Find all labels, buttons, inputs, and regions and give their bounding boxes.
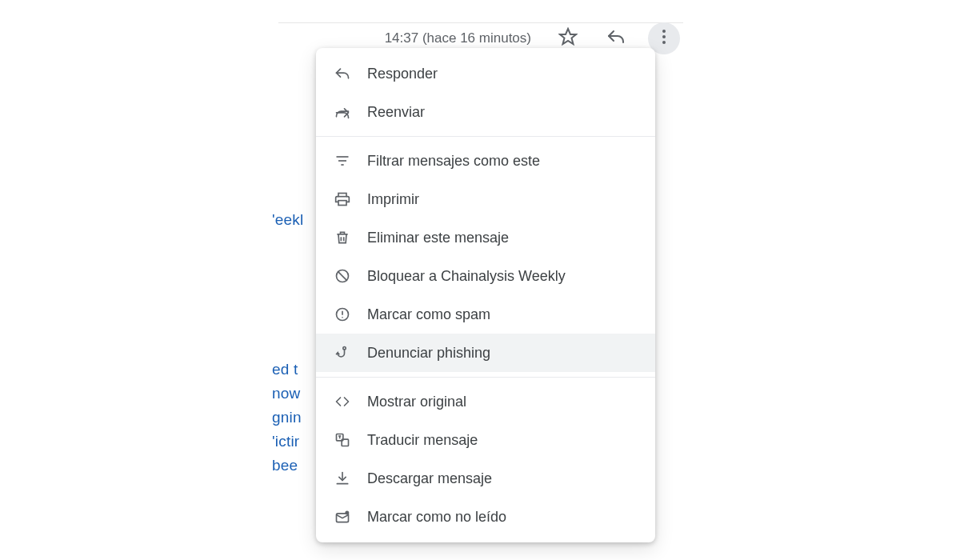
svg-rect-6 [341, 164, 343, 166]
svg-point-2 [662, 35, 666, 38]
block-icon [334, 267, 351, 285]
download-icon [334, 470, 351, 487]
menu-item-label: Mostrar original [367, 394, 466, 410]
menu-item-delete[interactable]: Eliminar este mensaje [316, 218, 655, 257]
email-body-fragment: ed t [272, 358, 312, 382]
more-vert-icon [654, 27, 674, 50]
menu-item-label: Imprimir [367, 191, 419, 208]
menu-item-download[interactable]: Descargar mensaje [316, 459, 655, 498]
menu-item-phishing[interactable]: Denunciar phishing [316, 334, 655, 372]
message-options-menu: Responder Reenviar Filtrar mensajes como… [316, 48, 655, 542]
email-body-fragment: bee [272, 454, 312, 478]
menu-item-label: Reenviar [367, 104, 425, 121]
menu-item-translate[interactable]: Traducir mensaje [316, 421, 655, 459]
menu-item-label: Traducir mensaje [367, 432, 478, 449]
email-body-fragment: 'eekl [272, 208, 312, 232]
menu-item-label: Filtrar mensajes como este [367, 153, 540, 170]
reply-icon [606, 27, 626, 50]
menu-item-reply[interactable]: Responder [316, 54, 655, 93]
email-body-fragment: now [272, 382, 312, 406]
svg-rect-5 [338, 160, 346, 162]
menu-item-label: Bloquear a Chainalysis Weekly [367, 268, 566, 285]
spam-icon [334, 306, 351, 323]
menu-item-label: Eliminar este mensaje [367, 230, 509, 246]
menu-item-forward[interactable]: Reenviar [316, 93, 655, 131]
svg-rect-7 [338, 194, 346, 197]
menu-separator [316, 377, 655, 378]
svg-point-18 [345, 511, 349, 515]
print-icon [334, 190, 351, 208]
menu-item-label: Descargar mensaje [367, 470, 492, 487]
svg-rect-8 [338, 201, 346, 206]
email-body-fragment: gnin [272, 406, 312, 430]
menu-item-label: Marcar como spam [367, 306, 490, 323]
forward-icon [334, 103, 351, 121]
message-timestamp: 14:37 (hace 16 minutos) [385, 30, 531, 46]
menu-item-label: Denunciar phishing [367, 345, 490, 362]
menu-item-block[interactable]: Bloquear a Chainalysis Weekly [316, 257, 655, 295]
star-icon [558, 27, 578, 50]
menu-item-show-original[interactable]: Mostrar original [316, 382, 655, 421]
svg-marker-0 [560, 29, 576, 44]
svg-rect-4 [337, 156, 349, 158]
menu-item-print[interactable]: Imprimir [316, 180, 655, 218]
email-body-fragment: 'ictir [272, 430, 312, 454]
phishing-hook-icon [334, 344, 351, 362]
menu-item-label: Responder [367, 66, 438, 82]
trash-icon [334, 229, 351, 246]
menu-separator [316, 136, 655, 137]
svg-point-1 [662, 30, 666, 33]
menu-item-spam[interactable]: Marcar como spam [316, 295, 655, 334]
menu-item-mark-unread[interactable]: Marcar como no leído [316, 498, 655, 536]
translate-icon [334, 431, 351, 449]
menu-item-filter[interactable]: Filtrar mensajes como este [316, 142, 655, 180]
code-icon [334, 393, 351, 410]
svg-point-3 [662, 41, 666, 44]
svg-point-13 [342, 317, 343, 318]
menu-item-label: Marcar como no leído [367, 509, 506, 526]
filter-icon [334, 152, 351, 170]
svg-line-10 [338, 271, 347, 281]
reply-icon [334, 65, 351, 82]
mark-unread-icon [334, 508, 351, 526]
